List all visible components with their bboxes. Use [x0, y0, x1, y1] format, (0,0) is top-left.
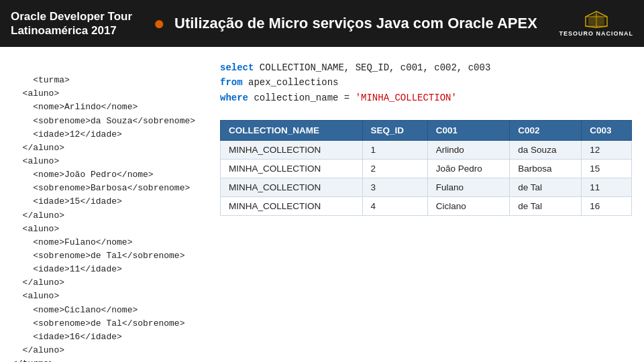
table-cell: 1: [362, 141, 427, 160]
table-cell: João Pedro: [427, 160, 510, 178]
table-cell: Ciclano: [427, 197, 510, 216]
table-row: MINHA_COLLECTION4Ciclanode Tal16: [221, 197, 632, 216]
table-row: MINHA_COLLECTION2João PedroBarbosa15: [221, 160, 632, 178]
table-body: MINHA_COLLECTION1Arlindoda Souza12MINHA_…: [221, 141, 632, 216]
table-cell: MINHA_COLLECTION: [221, 178, 363, 197]
table-cell: MINHA_COLLECTION: [221, 141, 363, 160]
header: Oracle Developer Tour Latinoamérica 2017…: [0, 0, 644, 47]
table-header-cell: C002: [510, 121, 582, 141]
sql-keyword-from: from: [220, 77, 243, 88]
table-cell: MINHA_COLLECTION: [221, 160, 363, 178]
table-cell: Fulano: [427, 178, 510, 197]
header-line2: Latinoamérica 2017: [11, 23, 132, 38]
sql-block: select COLLECTION_NAME, SEQ_ID, c001, c0…: [220, 60, 632, 105]
table-cell: 4: [362, 197, 427, 216]
sql-line3-string: 'MINHA_COLLECTION': [356, 93, 457, 103]
table-header-cell: SEQ_ID: [362, 121, 427, 141]
table-cell: 16: [582, 197, 632, 216]
sql-keyword-select: select: [220, 62, 254, 73]
xml-panel: <turma> <aluno> <nome>Arlindo</nome> <so…: [0, 54, 208, 362]
data-table: COLLECTION_NAMESEQ_IDC001C002C003 MINHA_…: [220, 120, 632, 216]
table-header: COLLECTION_NAMESEQ_IDC001C002C003: [221, 121, 632, 141]
header-logo: TESOURO NACIONAL: [559, 10, 634, 37]
table-cell: 12: [582, 141, 632, 160]
xml-content: <turma> <aluno> <nome>Arlindo</nome> <so…: [12, 75, 195, 362]
table-cell: de Tal: [510, 178, 582, 197]
table-header-cell: COLLECTION_NAME: [221, 121, 363, 141]
table-cell: da Souza: [510, 141, 582, 160]
right-panel: select COLLECTION_NAME, SEQ_ID, c001, c0…: [208, 54, 644, 362]
sql-line1: select COLLECTION_NAME, SEQ_ID, c001, c0…: [220, 60, 632, 75]
table-cell: Arlindo: [427, 141, 510, 160]
table-cell: MINHA_COLLECTION: [221, 197, 363, 216]
sql-line2-text: apex_collections: [243, 77, 339, 88]
sql-keyword-where: where: [220, 93, 248, 103]
table-cell: 3: [362, 178, 427, 197]
sql-line2: from apex_collections: [220, 75, 632, 90]
table-cell: 11: [582, 178, 632, 197]
table-cell: de Tal: [510, 197, 582, 216]
table-header-cell: C003: [582, 121, 632, 141]
header-line1: Oracle Developer Tour: [11, 9, 132, 23]
sql-line3: where collection_name = 'MINHA_COLLECTIO…: [220, 90, 632, 105]
sql-line1-text: COLLECTION_NAME, SEQ_ID, c001, c002, c00…: [254, 62, 490, 73]
table-row: MINHA_COLLECTION1Arlindoda Souza12: [221, 141, 632, 160]
header-left-text: Oracle Developer Tour Latinoamérica 2017: [11, 9, 132, 38]
header-title: Utilização de Micro serviços Java com Or…: [174, 15, 547, 32]
table-cell: 15: [582, 160, 632, 178]
table-cell: Barbosa: [510, 160, 582, 178]
table-row: MINHA_COLLECTION3Fulanode Tal11: [221, 178, 632, 197]
logo-text: TESOURO NACIONAL: [559, 30, 634, 37]
tesouro-logo-icon: [584, 10, 608, 29]
sql-line3-text: collection_name =: [248, 93, 356, 103]
table-cell: 2: [362, 160, 427, 178]
table-header-cell: C001: [427, 121, 510, 141]
table-header-row: COLLECTION_NAMESEQ_IDC001C002C003: [221, 121, 632, 141]
main-content: <turma> <aluno> <nome>Arlindo</nome> <so…: [0, 47, 644, 362]
header-bullet: ●: [154, 14, 165, 33]
